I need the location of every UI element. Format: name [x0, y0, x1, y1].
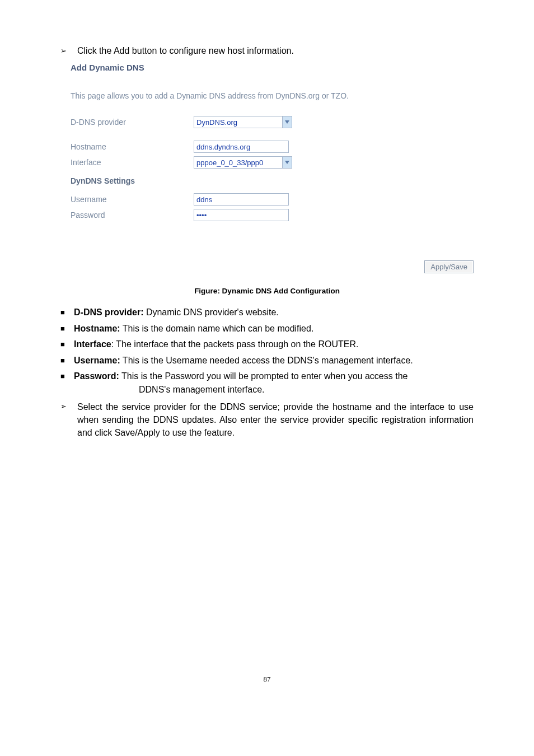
provider-select[interactable]: DynDNS.org [194, 116, 292, 128]
triangle-bullet-icon: ➢ [60, 402, 68, 412]
square-bullet-icon: ■ [60, 371, 68, 381]
def-username: Username: This is the Username needed ac… [74, 354, 474, 367]
dyndns-settings-heading: DynDNS Settings [71, 176, 451, 185]
label-username: Username [71, 195, 194, 204]
label-password: Password [71, 211, 194, 220]
def-password-cont: DDNS's management interface. [139, 384, 474, 396]
password-input[interactable] [194, 209, 289, 221]
label-provider: D-DNS provider [71, 118, 194, 127]
label-interface: Interface [71, 158, 194, 167]
add-dynamic-dns-panel: Add Dynamic DNS This page allows you to … [71, 63, 451, 221]
def-password: Password: This is the Password you will … [74, 370, 474, 382]
panel-description: This page allows you to add a Dynamic DN… [71, 91, 451, 100]
interface-select[interactable]: pppoe_0_0_33/ppp0 [194, 156, 292, 169]
page-number: 87 [60, 675, 474, 684]
def-provider: D-DNS provider: Dynamic DNS provider's w… [74, 306, 474, 319]
final-paragraph: Select the service provider for the DDNS… [77, 400, 474, 440]
username-input[interactable] [194, 193, 289, 206]
def-interface: Interface: The interface that the packet… [74, 338, 474, 351]
square-bullet-icon: ■ [60, 307, 68, 318]
apply-save-button[interactable]: Apply/Save [424, 260, 474, 273]
panel-title: Add Dynamic DNS [71, 63, 451, 72]
def-hostname: Hostname: This is the domain name which … [74, 323, 474, 335]
label-hostname: Hostname [71, 142, 194, 151]
hostname-input[interactable] [194, 141, 289, 153]
triangle-bullet-icon: ➢ [60, 46, 68, 56]
square-bullet-icon: ■ [60, 339, 68, 349]
square-bullet-icon: ■ [60, 356, 68, 366]
figure-caption: Figure: Dynamic DNS Add Configuration [60, 287, 474, 295]
intro-text: Click the Add button to configure new ho… [77, 45, 294, 57]
square-bullet-icon: ■ [60, 324, 68, 334]
